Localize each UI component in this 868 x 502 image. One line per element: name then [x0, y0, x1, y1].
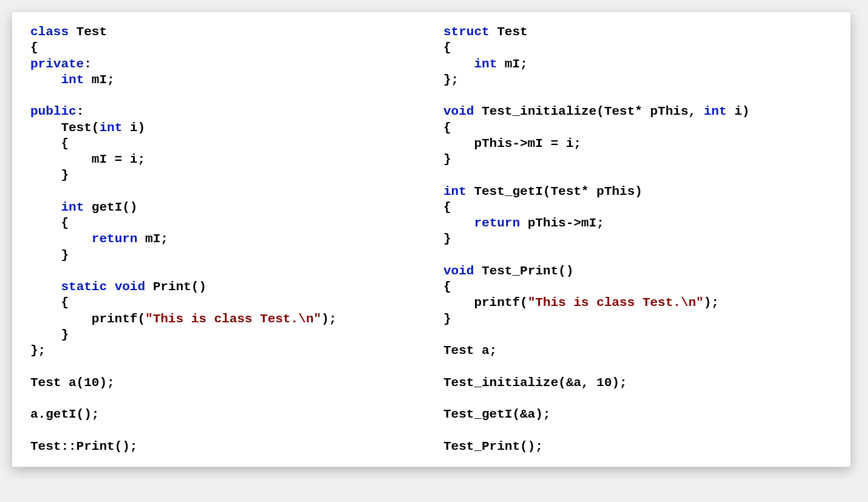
code-text: Test_Print(): [474, 264, 573, 278]
code-text: {: [443, 200, 451, 214]
code-text: Print(): [145, 280, 207, 294]
keyword-void: void: [115, 280, 145, 294]
code-text: Test a(10);: [30, 376, 115, 390]
code-text: );: [703, 296, 719, 310]
keyword-return: return: [474, 216, 520, 230]
keyword-private: private: [30, 57, 84, 71]
code-text: }: [443, 152, 451, 166]
code-text: Test::Print();: [30, 439, 137, 453]
keyword-return: return: [92, 232, 138, 246]
keyword-struct: struct: [443, 25, 490, 39]
code-comparison-card: class Test { private: int mI; public: Te…: [12, 12, 850, 467]
code-text: Test(: [30, 121, 99, 135]
code-text: [30, 232, 92, 246]
code-text: Test: [69, 25, 107, 39]
code-text: Test_Print();: [443, 439, 543, 453]
code-text: }: [443, 232, 451, 246]
code-text: [30, 280, 61, 294]
cpp-column: class Test { private: int mI; public: Te…: [30, 24, 419, 455]
code-text: Test_initialize(Test* pThis,: [474, 104, 703, 118]
code-text: };: [30, 344, 46, 358]
keyword-void: void: [443, 104, 474, 118]
keyword-int: int: [99, 121, 122, 135]
code-text: printf(: [443, 296, 528, 310]
code-text: {: [30, 216, 69, 230]
code-text: Test a;: [443, 344, 497, 358]
c-code-block: struct Test { int mI; }; void Test_initi…: [443, 24, 832, 455]
keyword-int: int: [443, 185, 466, 198]
code-text: Test: [490, 25, 528, 39]
code-text: mI;: [137, 232, 168, 246]
code-text: [443, 216, 474, 230]
code-text: {: [443, 41, 451, 55]
string-literal: "This is class Test.\n": [145, 312, 321, 326]
code-text: Test_initialize(&a, 10);: [443, 376, 627, 390]
code-text: mI = i;: [30, 152, 145, 166]
code-text: }: [443, 312, 451, 326]
code-text: {: [30, 41, 38, 55]
code-text: [30, 73, 61, 87]
code-text: Test_getI(Test* pThis): [466, 185, 643, 198]
code-text: pThis->mI = i;: [443, 137, 581, 151]
code-text: :: [84, 57, 92, 71]
keyword-int: int: [61, 200, 84, 214]
code-text: mI;: [497, 57, 527, 71]
code-text: {: [30, 296, 69, 310]
keyword-static: static: [61, 280, 107, 294]
code-text: :: [77, 104, 84, 118]
code-text: [443, 57, 474, 71]
code-text: Test_getI(&a);: [443, 407, 550, 421]
keyword-int: int: [703, 104, 726, 118]
code-text: mI;: [84, 73, 114, 87]
keyword-public: public: [30, 104, 77, 118]
code-text: }: [30, 248, 69, 262]
c-column: struct Test { int mI; }; void Test_initi…: [443, 24, 832, 455]
keyword-void: void: [443, 264, 474, 278]
code-text: pThis->mI;: [520, 216, 604, 230]
keyword-class: class: [30, 25, 69, 39]
code-text: );: [321, 312, 337, 326]
code-text: getI(): [84, 200, 137, 214]
code-text: }: [30, 168, 69, 182]
code-text: i): [726, 104, 750, 118]
code-text: i): [122, 121, 145, 135]
keyword-int: int: [474, 57, 497, 71]
code-text: {: [443, 280, 451, 294]
cpp-code-block: class Test { private: int mI; public: Te…: [30, 24, 419, 455]
keyword-int: int: [61, 73, 84, 87]
code-text: printf(: [30, 312, 145, 326]
code-text: a.getI();: [30, 407, 99, 421]
code-text: [107, 280, 115, 294]
code-text: [30, 200, 61, 214]
code-text: {: [30, 137, 69, 151]
code-text: }: [30, 328, 69, 342]
code-text: };: [443, 73, 459, 87]
string-literal: "This is class Test.\n": [528, 296, 704, 310]
code-text: {: [443, 121, 451, 135]
